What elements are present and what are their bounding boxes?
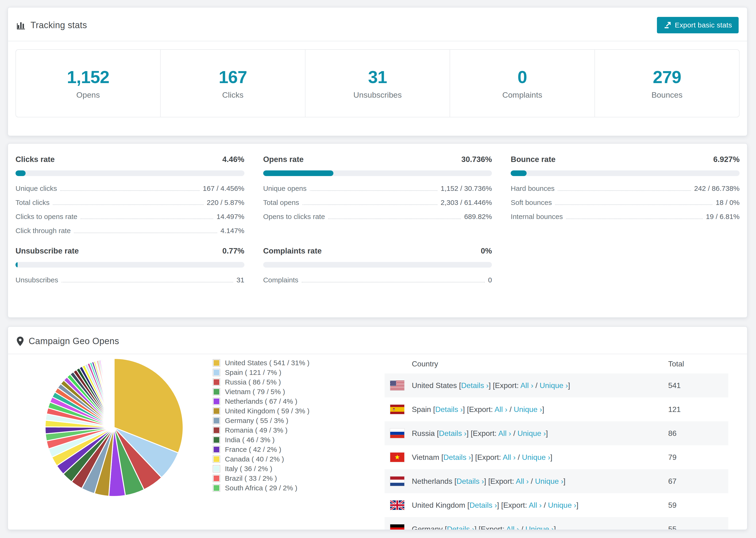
stat-label: Clicks xyxy=(222,90,243,99)
rate-item: Unique opens1,152 / 30.736% xyxy=(263,185,492,198)
export-all-link[interactable]: All › xyxy=(498,429,511,438)
legend-item: Russia ( 86 / 5% ) xyxy=(213,377,368,387)
details-link[interactable]: Details › xyxy=(439,429,466,438)
export-unique-link[interactable]: Unique › xyxy=(548,501,576,510)
export-all-link[interactable]: All › xyxy=(520,381,533,390)
details-link[interactable]: Details › xyxy=(457,477,484,485)
legend-swatch xyxy=(213,388,220,396)
stat-label: Opens xyxy=(76,90,100,99)
row-total: 79 xyxy=(668,453,676,462)
rate-progress-fill xyxy=(263,170,334,176)
stat-label: Complaints xyxy=(502,90,542,99)
total-column-header: Total xyxy=(668,360,684,368)
tracking-stats-card: Tracking stats Export basic stats 1,152O… xyxy=(8,7,747,136)
stat-cell-clicks: 167Clicks xyxy=(160,50,305,117)
row-total: 86 xyxy=(668,429,676,438)
export-unique-link[interactable]: Unique › xyxy=(522,453,550,461)
stat-cell-unsubscribes: 31Unsubscribes xyxy=(305,50,450,117)
rate-block-bounce-rate: Bounce rate6.927%Hard bounces242 / 86.73… xyxy=(511,155,739,241)
tracking-stats-page: Tracking stats Export basic stats 1,152O… xyxy=(0,0,756,538)
legend-swatch xyxy=(213,417,220,424)
rate-item: Total clicks220 / 5.87% xyxy=(16,198,244,213)
rate-block-complaints-rate: Complaints rate0%Complaints0 xyxy=(263,246,492,290)
dotted-leader xyxy=(302,204,437,205)
export-unique-link[interactable]: Unique › xyxy=(517,429,546,438)
details-link[interactable]: Details › xyxy=(461,381,489,390)
details-link[interactable]: Details › xyxy=(435,405,463,413)
details-link[interactable]: Details › xyxy=(444,453,471,461)
geo-table-row-vn: Vietnam [Details ›] [Export: All › / Uni… xyxy=(385,445,728,469)
row-total: 541 xyxy=(668,381,681,390)
rate-item: Complaints0 xyxy=(263,276,492,290)
rate-item: Click through rate4.147% xyxy=(16,227,244,241)
nl-flag-icon xyxy=(390,476,404,486)
rate-progress-bar xyxy=(511,170,739,176)
legend-swatch xyxy=(213,456,220,463)
stat-cell-bounces: 279Bounces xyxy=(594,50,739,117)
geo-table-row-ru: Russia [Details ›] [Export: All › / Uniq… xyxy=(385,421,728,445)
legend-item: Italy ( 36 / 2% ) xyxy=(213,464,368,473)
rate-value: 0% xyxy=(481,246,492,255)
rate-item: Opens to clicks rate689.82% xyxy=(263,213,492,227)
rates-grid: Clicks rate4.46%Unique clicks167 / 4.456… xyxy=(8,144,747,309)
rate-title: Clicks rate xyxy=(16,155,55,164)
legend-swatch xyxy=(213,398,220,405)
export-all-link[interactable]: All › xyxy=(495,405,507,413)
rate-progress-bar xyxy=(16,170,244,176)
rate-block-unsubscribe-rate: Unsubscribe rate0.77%Unsubscribes31 xyxy=(16,246,244,290)
rate-item: Unique clicks167 / 4.456% xyxy=(16,185,244,198)
export-unique-link[interactable]: Unique › xyxy=(525,525,554,530)
gb-flag-icon xyxy=(390,501,404,510)
stat-value: 167 xyxy=(219,67,247,87)
geo-table-header: Country Total xyxy=(385,354,728,373)
legend-item: Spain ( 121 / 7% ) xyxy=(213,368,368,377)
legend-swatch xyxy=(213,446,220,453)
geo-table-row-nl: Netherlands [Details ›] [Export: All › /… xyxy=(385,469,728,493)
rate-progress-bar xyxy=(263,262,492,268)
legend-item: Netherlands ( 67 / 4% ) xyxy=(213,397,368,406)
es-flag-icon xyxy=(390,405,404,414)
geo-table-row-us: United States [Details ›] [Export: All ›… xyxy=(385,373,728,398)
legend-item: South Africa ( 29 / 2% ) xyxy=(213,483,368,493)
legend-item: India ( 46 / 3% ) xyxy=(213,435,368,445)
row-total: 121 xyxy=(668,405,681,414)
rate-progress-fill xyxy=(511,170,527,176)
de-flag-icon xyxy=(390,524,404,530)
rate-title: Opens rate xyxy=(263,155,303,164)
geo-body: United States ( 541 / 31% )Spain ( 121 /… xyxy=(8,354,747,530)
export-all-link[interactable]: All › xyxy=(503,453,515,461)
rate-block-opens-rate: Opens rate30.736%Unique opens1,152 / 30.… xyxy=(263,155,492,241)
dotted-leader xyxy=(60,190,199,191)
export-all-link[interactable]: All › xyxy=(529,501,542,510)
bar-chart-icon xyxy=(17,21,26,30)
details-link[interactable]: Details › xyxy=(447,525,474,530)
tracking-stats-header: Tracking stats Export basic stats xyxy=(8,8,747,41)
legend-item: United Kingdom ( 59 / 3% ) xyxy=(213,406,368,416)
rate-item: Unsubscribes31 xyxy=(16,276,244,290)
export-unique-link[interactable]: Unique › xyxy=(540,381,568,390)
rate-item: Total opens2,303 / 61.446% xyxy=(263,198,492,213)
geo-table: Country Total United States [Details ›] … xyxy=(385,354,728,530)
rate-progress-fill xyxy=(16,170,26,176)
rate-value: 4.46% xyxy=(222,155,244,164)
legend-swatch xyxy=(213,475,220,482)
export-unique-link[interactable]: Unique › xyxy=(514,405,542,413)
dotted-leader xyxy=(558,190,691,191)
export-all-link[interactable]: All › xyxy=(516,477,529,485)
dotted-leader xyxy=(302,282,485,282)
legend-swatch xyxy=(213,426,220,434)
rate-value: 6.927% xyxy=(713,155,739,164)
details-link[interactable]: Details › xyxy=(469,501,497,510)
dotted-leader xyxy=(566,219,702,219)
export-all-link[interactable]: All › xyxy=(506,525,519,530)
export-basic-stats-button[interactable]: Export basic stats xyxy=(657,17,739,33)
geo-table-row-de: Germany [Details ›] [Export: All › / Uni… xyxy=(385,517,728,530)
geo-title: Campaign Geo Opens xyxy=(28,336,119,346)
rate-progress-bar xyxy=(263,170,492,176)
export-unique-link[interactable]: Unique › xyxy=(535,477,564,485)
geo-header: Campaign Geo Opens xyxy=(8,327,747,354)
legend-swatch xyxy=(213,369,220,376)
stat-value: 1,152 xyxy=(67,67,109,87)
legend-swatch xyxy=(213,436,220,444)
legend-item: Vietnam ( 79 / 5% ) xyxy=(213,387,368,397)
